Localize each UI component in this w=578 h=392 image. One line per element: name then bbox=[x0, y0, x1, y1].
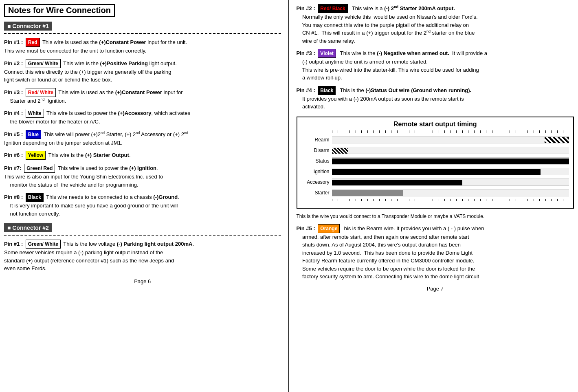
tick bbox=[498, 199, 504, 201]
timing-bar-area-disarm bbox=[332, 147, 569, 154]
pin-label: Pin #3 : bbox=[4, 89, 24, 95]
timing-diagram: Remote start output timing Rearm bbox=[297, 117, 574, 209]
list-item: Pin #1 : Green/ White This is the low vo… bbox=[4, 240, 281, 273]
tick bbox=[421, 199, 427, 201]
tick bbox=[361, 199, 367, 201]
left-page-number: Page 6 bbox=[4, 278, 281, 284]
pin-label: Pin #4 : bbox=[4, 110, 24, 116]
right-page-number: Page 7 bbox=[297, 286, 574, 292]
pin-label: Pin #7: bbox=[4, 165, 23, 171]
left-page: Notes for Wire Connection ■ Connector #1… bbox=[0, 0, 289, 392]
tick bbox=[379, 199, 385, 201]
tick bbox=[539, 130, 545, 133]
timing-row-disarm: Disarm bbox=[301, 146, 569, 155]
page-title: Notes for Wire Connection bbox=[4, 4, 115, 17]
timing-row-status: Status bbox=[301, 156, 569, 165]
tick bbox=[551, 130, 557, 133]
tick bbox=[563, 199, 569, 201]
tick bbox=[415, 199, 421, 201]
tick bbox=[349, 199, 356, 201]
tick bbox=[451, 130, 457, 133]
tick bbox=[480, 199, 486, 201]
timing-label-disarm: Disarm bbox=[301, 148, 332, 153]
connector1-header: ■ Connector #1 bbox=[4, 22, 52, 31]
tick bbox=[462, 130, 468, 133]
list-item: Pin #8 : Black This wire needs to be con… bbox=[4, 193, 281, 218]
tick bbox=[451, 199, 457, 201]
tick bbox=[427, 130, 433, 133]
wire-badge-yellow: Yellow bbox=[26, 151, 46, 160]
wire-badge-white: White bbox=[26, 109, 44, 118]
tick bbox=[498, 130, 504, 133]
wire-badge-orange: Orange bbox=[318, 224, 340, 233]
timing-bar-disarm bbox=[332, 148, 348, 154]
tick bbox=[332, 199, 338, 201]
tick bbox=[468, 130, 474, 133]
tick bbox=[379, 130, 385, 133]
wire-badge-green-white: Green/ White bbox=[26, 59, 61, 68]
pin-label: Pin #3 : bbox=[297, 50, 317, 56]
tick bbox=[444, 130, 451, 133]
tick bbox=[338, 130, 344, 133]
tick bbox=[403, 199, 409, 201]
tick bbox=[516, 199, 522, 201]
tick bbox=[456, 130, 462, 133]
pin-label: Pin #2 : bbox=[4, 60, 24, 66]
tick-row-top bbox=[301, 130, 569, 134]
tick bbox=[486, 130, 492, 133]
pin-label: Pin #5 : bbox=[297, 225, 317, 231]
tick bbox=[367, 130, 374, 133]
list-item: Pin #3 : Red/ White This wire is used as… bbox=[4, 88, 281, 105]
tick bbox=[385, 199, 391, 201]
timing-title: Remote start output timing bbox=[301, 121, 569, 128]
timing-bar-ignition bbox=[332, 169, 541, 175]
timing-bar-status bbox=[332, 159, 569, 164]
tick bbox=[409, 199, 415, 201]
list-item: Pin #6 : Yellow This wire is the (+) Sta… bbox=[4, 151, 281, 160]
tick bbox=[397, 130, 403, 133]
wire-badge-red: Red bbox=[26, 38, 40, 47]
timing-row-accessory: Accessory bbox=[301, 178, 569, 187]
list-item: Pin #7: Green/ Red This wire is used to … bbox=[4, 164, 281, 189]
tick bbox=[361, 130, 367, 133]
wire-badge-black-r: Black bbox=[318, 86, 336, 95]
tick bbox=[403, 130, 409, 133]
tick bbox=[563, 130, 569, 133]
page-container: Notes for Wire Connection ■ Connector #1… bbox=[0, 0, 578, 392]
wire-badge-violet: Violet bbox=[318, 49, 336, 58]
tick bbox=[486, 199, 492, 201]
tick bbox=[474, 199, 480, 201]
list-item: Pin #4 : Black This is the (-)Status Out… bbox=[297, 86, 574, 111]
tick bbox=[504, 199, 510, 201]
timing-row-starter: Starter bbox=[301, 188, 569, 197]
tick bbox=[338, 199, 344, 201]
wire-badge-black: Black bbox=[26, 193, 44, 202]
tick-area-bottom bbox=[332, 199, 569, 201]
tick bbox=[480, 130, 486, 133]
list-item: Pin #2 : Red/ Black This wire is a (-) 2… bbox=[297, 4, 574, 45]
tick bbox=[534, 130, 540, 133]
tick bbox=[391, 130, 397, 133]
tick bbox=[349, 130, 356, 133]
tick bbox=[510, 199, 516, 201]
tick bbox=[539, 199, 545, 201]
right-page: Pin #2 : Red/ Black This wire is a (-) 2… bbox=[289, 0, 578, 392]
tick-row-bottom bbox=[301, 199, 569, 203]
connector2-header: ■ Connector #2 bbox=[4, 223, 52, 232]
tick bbox=[557, 130, 563, 133]
list-item: Pin #5 : Orange his is the Rearm wire. I… bbox=[297, 224, 574, 281]
wire-badge-red-white: Red/ White bbox=[26, 88, 56, 97]
tick bbox=[522, 199, 528, 201]
timing-label-starter: Starter bbox=[301, 190, 332, 196]
tick bbox=[433, 199, 439, 201]
tick bbox=[385, 130, 391, 133]
timing-bar-area-status bbox=[332, 157, 569, 165]
tick bbox=[409, 130, 415, 133]
timing-bar-starter bbox=[332, 190, 403, 196]
tick bbox=[332, 130, 338, 133]
timing-label-ignition: Ignition bbox=[301, 169, 332, 174]
tick bbox=[427, 199, 433, 201]
wire-badge-green-white-c2: Green/ White bbox=[26, 240, 61, 249]
tick bbox=[492, 130, 498, 133]
tick bbox=[557, 199, 563, 201]
